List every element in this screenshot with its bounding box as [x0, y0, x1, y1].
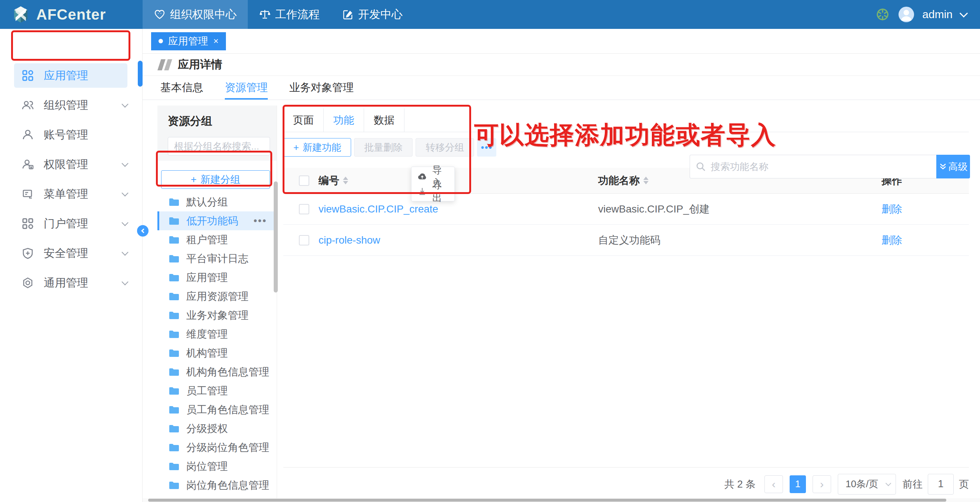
tab-pages[interactable]: 页面 [283, 108, 324, 132]
group-item[interactable]: 默认分组 [158, 192, 277, 211]
group-item[interactable]: 应用管理 [158, 268, 277, 287]
group-more-icon[interactable]: ••• [254, 215, 267, 227]
workspace-tab-app-management[interactable]: 应用管理 × [151, 32, 226, 50]
group-item[interactable]: 岗位管理 [158, 457, 277, 476]
pagination-bar: 共 2 条 ‹ 1 › 10条/页 前往 页 [283, 467, 969, 499]
function-toolbar: + 新建功能 批量删除 转移分组 ••• [283, 138, 969, 157]
chevron-down-icon [121, 189, 128, 196]
delete-link[interactable]: 删除 [881, 234, 902, 246]
chevron-down-icon [121, 219, 128, 226]
new-group-button[interactable]: + 新建分组 [161, 170, 270, 189]
folder-icon [169, 292, 180, 301]
close-icon[interactable]: × [213, 36, 218, 46]
page-size-select[interactable]: 10条/页 [838, 474, 896, 495]
group-item[interactable]: 机构角色信息管理 [158, 362, 277, 381]
sidebar-item-menu-management[interactable]: 菜单管理 [0, 179, 142, 209]
sidebar-collapse-button[interactable] [137, 225, 148, 237]
sidebar-item-account-management[interactable]: 账号管理 [0, 120, 142, 149]
group-item[interactable]: 租户管理 [158, 230, 277, 249]
group-item[interactable]: 机构管理 [158, 343, 277, 362]
breadcrumb: 应用详情 [143, 54, 980, 76]
chevron-down-icon [121, 101, 128, 107]
group-item[interactable]: 平台审计日志 [158, 249, 277, 268]
folder-icon [169, 216, 180, 226]
sidebar-item-label: 组织管理 [44, 98, 123, 113]
folder-icon [169, 349, 180, 357]
folder-icon [169, 443, 180, 452]
function-name: viewBasic.CIP.CIP_创建 [598, 203, 710, 215]
goto-page-input[interactable] [928, 474, 954, 495]
group-item[interactable]: 岗位角色信息管理 [158, 476, 277, 495]
sidebar-item-general-management[interactable]: 通用管理 [0, 268, 142, 298]
row-checkbox[interactable] [299, 204, 309, 214]
sidebar-item-permission-management[interactable]: 权限管理 [0, 149, 142, 179]
nav-item-dev-center[interactable]: 开发中心 [331, 0, 414, 29]
main-area: 应用管理 × 应用详情 基本信息 资源管理 业务对象管理 资源分组 + [143, 29, 980, 502]
scale-icon [259, 8, 271, 21]
function-code-link[interactable]: cip-role-show [318, 234, 380, 246]
assistant-knot-icon[interactable] [875, 7, 890, 22]
user-name[interactable]: admin [922, 8, 953, 21]
select-all-checkbox[interactable] [299, 175, 309, 186]
group-item[interactable]: 分级授权 [158, 419, 277, 438]
sidebar-item-portal-management[interactable]: 门户管理 [0, 209, 142, 238]
resource-group-panel: 资源分组 + 新建分组 默认分组 低开功能码 [158, 105, 277, 502]
sidebar-item-app-management[interactable]: 应用管理 [0, 61, 142, 91]
horizontal-scrollbar[interactable] [143, 498, 980, 502]
tab-functions[interactable]: 功能 [324, 108, 364, 132]
user-avatar[interactable] [899, 7, 914, 22]
sort-icon[interactable] [343, 176, 348, 184]
chevron-down-icon[interactable] [959, 9, 968, 18]
batch-delete-button[interactable]: 批量删除 [354, 138, 413, 157]
shield-plus-icon [21, 247, 34, 259]
chevron-down-icon [121, 160, 128, 167]
menu-item-export[interactable]: 导出 [412, 184, 455, 199]
goto-page: 前往 页 [903, 474, 969, 495]
function-search-input[interactable] [690, 155, 936, 178]
folder-icon [169, 311, 180, 320]
group-item[interactable]: 员工角色信息管理 [158, 400, 277, 419]
group-item[interactable]: 分级岗位角色管理 [158, 438, 277, 457]
column-header-name[interactable]: 功能名称 [598, 174, 640, 188]
group-item[interactable]: 应用资源管理 [158, 287, 277, 306]
advanced-search-button[interactable]: 高级 [936, 155, 970, 178]
group-item-selected[interactable]: 低开功能码 ••• [158, 211, 277, 230]
group-search-input[interactable] [168, 137, 270, 156]
sidebar-item-security-management[interactable]: 安全管理 [0, 238, 142, 268]
tab-resource-management[interactable]: 资源管理 [225, 76, 268, 100]
brand-name: AFCenter [36, 6, 106, 23]
group-item[interactable]: 员工管理 [158, 381, 277, 400]
folder-icon [169, 273, 180, 282]
chevron-down-icon [886, 481, 891, 486]
nav-item-org-permission-center[interactable]: 组织权限中心 [143, 0, 248, 29]
tab-business-object-management[interactable]: 业务对象管理 [289, 76, 354, 100]
new-function-button[interactable]: + 新建功能 [283, 138, 351, 157]
horizontal-scrollbar-thumb[interactable] [148, 499, 946, 502]
tab-basic-info[interactable]: 基本信息 [161, 76, 203, 100]
delete-link[interactable]: 删除 [881, 203, 902, 215]
row-checkbox[interactable] [299, 235, 309, 245]
afcenter-logo-icon [11, 5, 30, 24]
column-header-code[interactable]: 编号 [318, 174, 339, 188]
transfer-group-button[interactable]: 转移分组 [415, 138, 474, 157]
folder-icon [169, 254, 180, 263]
sidebar-scrollbar-thumb[interactable] [138, 61, 143, 87]
next-page-button[interactable]: › [813, 475, 831, 493]
resource-panel: 页面 功能 数据 + 新建功能 批量删除 转移分组 ••• [277, 108, 980, 502]
prev-page-button[interactable]: ‹ [764, 475, 783, 493]
group-item[interactable]: 业务对象管理 [158, 306, 277, 325]
more-actions-button[interactable]: ••• [477, 138, 496, 157]
sort-icon[interactable] [643, 176, 649, 184]
folder-icon [169, 424, 180, 433]
total-count: 共 2 条 [724, 478, 756, 491]
sidebar-item-org-management[interactable]: 组织管理 [0, 91, 142, 120]
group-item[interactable]: 维度管理 [158, 325, 277, 343]
tab-data[interactable]: 数据 [364, 108, 404, 132]
plus-icon: + [191, 174, 197, 186]
function-code-link[interactable]: viewBasic.CIP.CIP_create [318, 203, 438, 215]
folder-icon [169, 235, 180, 244]
function-name: 自定义功能码 [598, 234, 660, 246]
nav-item-workflow[interactable]: 工作流程 [248, 0, 331, 29]
folder-icon [169, 330, 180, 339]
current-page-button[interactable]: 1 [790, 475, 806, 493]
